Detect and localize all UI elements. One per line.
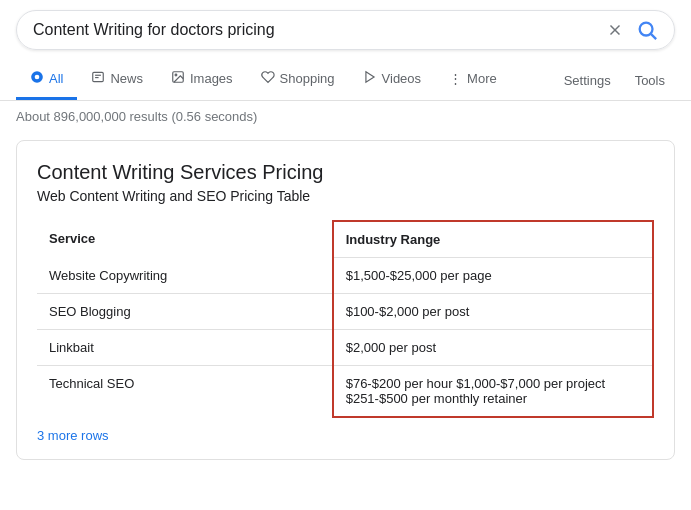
tab-shopping[interactable]: Shopping xyxy=(247,60,349,100)
table-row: Technical SEO$76-$200 per hour $1,000-$7… xyxy=(37,366,653,418)
search-input[interactable]: Content Writing for doctors pricing xyxy=(33,21,606,39)
shopping-icon xyxy=(261,70,275,87)
search-bar: Content Writing for doctors pricing xyxy=(16,10,675,50)
table-header-row: Service Industry Range xyxy=(37,221,653,258)
search-button[interactable] xyxy=(636,19,658,41)
card-subtitle: Web Content Writing and SEO Pricing Tabl… xyxy=(37,188,654,204)
nav-tabs: All News Images Shopping xyxy=(0,60,691,101)
pricing-table: Service Industry Range Website Copywriti… xyxy=(37,220,654,418)
more-icon: ⋮ xyxy=(449,71,462,86)
cell-range: $1,500-$25,000 per page xyxy=(333,258,653,294)
cell-range: $2,000 per post xyxy=(333,330,653,366)
card-title: Content Writing Services Pricing xyxy=(37,161,654,184)
nav-right: Settings Tools xyxy=(554,63,675,98)
tab-more-label: More xyxy=(467,71,497,86)
header-range: Industry Range xyxy=(333,221,653,258)
tab-videos-label: Videos xyxy=(382,71,422,86)
pricing-table-wrapper: Service Industry Range Website Copywriti… xyxy=(37,220,654,418)
cell-service: SEO Blogging xyxy=(37,294,333,330)
svg-point-5 xyxy=(35,75,40,80)
clear-button[interactable] xyxy=(606,21,624,39)
images-icon xyxy=(171,70,185,87)
cell-range: $76-$200 per hour $1,000-$7,000 per proj… xyxy=(333,366,653,418)
tools-link[interactable]: Tools xyxy=(625,63,675,98)
result-card: Content Writing Services Pricing Web Con… xyxy=(16,140,675,460)
tab-more[interactable]: ⋮ More xyxy=(435,61,511,99)
search-bar-icons xyxy=(606,19,658,41)
table-row: Website Copywriting$1,500-$25,000 per pa… xyxy=(37,258,653,294)
more-rows-link[interactable]: 3 more rows xyxy=(37,428,109,443)
svg-point-2 xyxy=(640,23,653,36)
news-icon xyxy=(91,70,105,87)
tab-all[interactable]: All xyxy=(16,60,77,100)
tab-news-label: News xyxy=(110,71,143,86)
tab-images[interactable]: Images xyxy=(157,60,247,100)
cell-service: Website Copywriting xyxy=(37,258,333,294)
tab-news[interactable]: News xyxy=(77,60,157,100)
table-row: Linkbait$2,000 per post xyxy=(37,330,653,366)
table-row: SEO Blogging$100-$2,000 per post xyxy=(37,294,653,330)
svg-line-3 xyxy=(651,34,656,39)
settings-link[interactable]: Settings xyxy=(554,63,621,98)
header-service: Service xyxy=(37,221,333,258)
results-count: About 896,000,000 results (0.56 seconds) xyxy=(0,101,691,132)
cell-service: Linkbait xyxy=(37,330,333,366)
tab-videos[interactable]: Videos xyxy=(349,60,436,100)
cell-range: $100-$2,000 per post xyxy=(333,294,653,330)
all-icon xyxy=(30,70,44,87)
tab-shopping-label: Shopping xyxy=(280,71,335,86)
svg-marker-11 xyxy=(365,72,373,83)
cell-service: Technical SEO xyxy=(37,366,333,418)
tab-all-label: All xyxy=(49,71,63,86)
videos-icon xyxy=(363,70,377,87)
tab-images-label: Images xyxy=(190,71,233,86)
svg-point-10 xyxy=(175,74,177,76)
